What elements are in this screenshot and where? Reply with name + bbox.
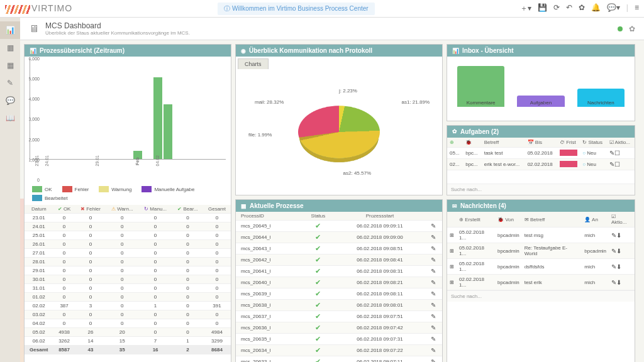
table-row[interactable]: 04.02000000: [25, 319, 231, 328]
task-row[interactable]: 05...bpc...task test05.02.2018Neu✎☐: [447, 147, 635, 158]
nav-dashboard-icon[interactable]: 📊: [0, 21, 20, 39]
dashboard-icon: ◉: [241, 48, 246, 54]
edit-icon[interactable]: ✎: [431, 290, 436, 297]
table-icon: ▦: [241, 203, 247, 209]
edit-icon[interactable]: ✎: [431, 268, 436, 275]
table-row[interactable]: 05.0249382620004984: [25, 328, 231, 337]
panel-settings-icon[interactable]: ✿: [629, 25, 635, 33]
tab-charts[interactable]: Charts: [238, 58, 269, 69]
table-row[interactable]: 02.023873010391: [25, 302, 231, 310]
nav-calendar-icon[interactable]: ▦: [0, 39, 20, 57]
nav-grid-icon[interactable]: ▦: [0, 57, 20, 74]
edit-icon[interactable]: ✎: [431, 222, 436, 229]
edit-icon[interactable]: ✎: [431, 256, 436, 263]
nachrichten-search[interactable]: Suche nach...: [447, 290, 635, 302]
table-row[interactable]: 26.01000000: [25, 240, 231, 249]
chart-icon: 📊: [452, 48, 459, 54]
status-indicator: [618, 26, 623, 31]
process-row[interactable]: mcs_20640_l✔06.02.2018 09:08:21✎: [236, 277, 442, 288]
undo-icon[interactable]: ↶: [566, 3, 572, 14]
panel-aufgaben: ✿Aufgaben (2) ⊕🐞 Betreff📅 Bis ⏱ Frist↻ S…: [447, 125, 635, 196]
process-row[interactable]: mcs_20639_l✔06.02.2018 09:08:11✎: [236, 288, 442, 300]
pie-chart: j: 2.23% as1: 21.89% as2: 45.57% mail: 2…: [236, 69, 442, 195]
message-row[interactable]: ⊞05.02.2018 1...bpcadmintest msgmich✎⬇: [447, 228, 635, 243]
action-icon[interactable]: ✎⬇: [611, 263, 621, 270]
edit-icon[interactable]: ✎: [431, 358, 436, 362]
process-row[interactable]: mcs_20645_l✔06.02.2018 09:09:11✎: [236, 221, 442, 232]
chat-icon[interactable]: 💬▾: [607, 3, 620, 14]
table-row[interactable]: 27.01000000: [25, 249, 231, 258]
process-row[interactable]: mcs_20633_l✔06.02.2018 09:07:11✎: [236, 356, 442, 363]
bell-icon[interactable]: 🔔: [591, 3, 601, 14]
process-row[interactable]: mcs_20643_l✔06.02.2018 09:08:51✎: [236, 243, 442, 255]
aufgaben-table: ⊕🐞 Betreff📅 Bis ⏱ Frist↻ Status ☑ Aktio.…: [447, 138, 635, 170]
open-icon[interactable]: ✎☐: [609, 161, 620, 168]
top-actions: ＋▾ 💾 ⟳ ↶ ✿ 🔔 💬▾ | ≡: [520, 3, 639, 14]
welcome-banner: ⓘ Willkommen im Virtimo Business Process…: [218, 3, 374, 15]
nav-edit-icon[interactable]: ✎: [0, 74, 20, 92]
table-row[interactable]: 28.01000000: [25, 258, 231, 266]
page-header: 🖥 MCS Dashboard Überblick der Staus aktu…: [20, 18, 644, 40]
panel-aktuelle-prozesse: ▦Aktuelle Prozesse ProcessIDStatusProzes…: [235, 199, 443, 362]
process-row[interactable]: mcs_20636_l✔06.02.2018 09:07:42✎: [236, 322, 442, 334]
task-row[interactable]: 02...bpc...erik test e-wor...02.02.2018N…: [447, 158, 635, 170]
open-icon[interactable]: ✎☐: [609, 150, 620, 156]
table-row[interactable]: 23.01000000: [25, 214, 231, 222]
topbar: VIRTIMO ⓘ Willkommen im Virtimo Business…: [0, 0, 644, 18]
table-row[interactable]: 24.01000000: [25, 222, 231, 231]
process-row[interactable]: mcs_20641_l✔06.02.2018 09:08:31✎: [236, 266, 442, 277]
table-row[interactable]: 06.0232621415713299: [25, 337, 231, 346]
expand-icon[interactable]: ⊞: [450, 233, 454, 238]
edit-icon[interactable]: ✎: [431, 245, 436, 252]
chart-legend: OK Fehler Warnung Manuelle Aufgabe Bearb…: [25, 182, 231, 205]
menu-icon[interactable]: ≡: [635, 3, 639, 14]
nav-book-icon[interactable]: 📖: [0, 109, 20, 127]
process-row[interactable]: mcs_20642_l✔06.02.2018 09:08:41✎: [236, 255, 442, 266]
expand-icon[interactable]: ⊞: [450, 264, 454, 270]
table-row[interactable]: 03.02000000: [25, 310, 231, 319]
table-row[interactable]: 25.01000000: [25, 231, 231, 240]
add-icon[interactable]: ＋▾: [520, 3, 531, 14]
panel-protokoll: ◉Überblick Kommunikation nach Protokoll …: [235, 44, 443, 195]
mail-icon: ✉: [452, 203, 457, 209]
edit-icon[interactable]: ✎: [431, 313, 436, 320]
edit-icon[interactable]: ✎: [431, 279, 436, 286]
edit-icon[interactable]: ✎: [431, 234, 436, 241]
process-row[interactable]: mcs_20635_l✔06.02.2018 09:07:31✎: [236, 334, 442, 345]
edit-icon[interactable]: ✎: [431, 302, 436, 309]
action-icon[interactable]: ✎⬇: [611, 232, 621, 239]
message-row[interactable]: ⊞05.02.2018 1...bpcadmindsffdsfdsmich✎⬇: [447, 259, 635, 275]
panel-inbox: 📊Inbox - Übersicht Kommentare Aufgaben N…: [447, 44, 635, 121]
monitor-icon: 🖥: [29, 23, 39, 35]
message-row[interactable]: ⊞02.02.2018 1...bpcadmintest erikmich✎⬇: [447, 275, 635, 290]
nav-chat-icon[interactable]: 💬: [0, 92, 20, 109]
left-nav: 📊 ▦ ▦ ✎ 💬 📖: [0, 18, 20, 362]
table-row[interactable]: 31.01000000: [25, 284, 231, 293]
gear-icon: ✿: [452, 128, 457, 134]
settings-icon[interactable]: ✿: [579, 3, 585, 14]
bar-chart: 6,0005,0004,0003,0002,0001,0000 23.0124.…: [25, 57, 231, 182]
panel-prozessuebersicht: 📊Prozessübersicht (Zeitraum) 6,0005,0004…: [24, 44, 231, 362]
expand-icon[interactable]: ⊞: [450, 280, 454, 285]
process-row[interactable]: mcs_20644_l✔06.02.2018 09:09:00✎: [236, 232, 442, 243]
message-row[interactable]: ⊞05.02.2018 1...bpcadminRe: Testaufgabe …: [447, 243, 635, 259]
edit-icon[interactable]: ✎: [431, 336, 436, 343]
table-row[interactable]: 01.02000000: [25, 293, 231, 302]
summary-table: Datum✔ OK✖ Fehler⚠ Warn...↻ Manu...✔ Bea…: [25, 205, 231, 354]
inbox-chart: Kommentare Aufgaben Nachrichten: [447, 57, 635, 107]
edit-icon[interactable]: ✎: [431, 324, 436, 331]
process-row[interactable]: mcs_20634_l✔06.02.2018 09:07:22✎: [236, 345, 442, 356]
process-table: ProcessIDStatusProzessstart mcs_20645_l✔…: [236, 212, 442, 362]
save-icon[interactable]: 💾: [538, 3, 547, 14]
expand-icon[interactable]: ⊞: [450, 248, 454, 254]
table-row[interactable]: 30.01000000: [25, 275, 231, 284]
process-row[interactable]: mcs_20637_l✔06.02.2018 09:07:51✎: [236, 311, 442, 322]
action-icon[interactable]: ✎⬇: [611, 248, 621, 255]
process-row[interactable]: mcs_20638_l✔06.02.2018 09:08:01✎: [236, 300, 442, 311]
refresh-icon[interactable]: ⟳: [553, 3, 560, 14]
action-icon[interactable]: ✎⬇: [611, 279, 621, 286]
aufgaben-search[interactable]: Suche nach...: [447, 184, 635, 195]
table-total-row: Gesamt858743351628684: [25, 346, 231, 354]
table-row[interactable]: 29.01000000: [25, 266, 231, 275]
edit-icon[interactable]: ✎: [431, 347, 436, 354]
